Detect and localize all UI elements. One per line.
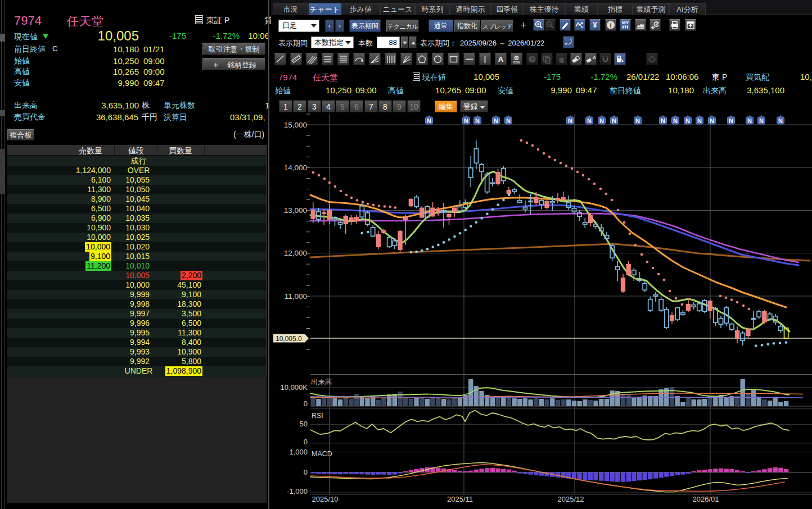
svg-text:10,000K: 10,000K <box>281 383 308 392</box>
svg-text:N: N <box>587 117 592 124</box>
svg-text:2025/10: 2025/10 <box>312 495 339 503</box>
svg-text:0: 0 <box>304 438 308 446</box>
svg-text:2026/01: 2026/01 <box>693 495 719 503</box>
svg-text:i: i <box>610 22 611 29</box>
svg-text:N: N <box>697 117 702 124</box>
svg-text:N: N <box>759 117 764 124</box>
svg-text:ICON: ICON <box>513 61 520 64</box>
svg-text:13,000: 13,000 <box>284 206 307 215</box>
svg-text:N: N <box>729 117 733 124</box>
svg-text:N: N <box>778 117 783 124</box>
svg-text:N: N <box>599 117 604 124</box>
svg-text:MY: MY <box>622 20 629 25</box>
svg-text:14,000: 14,000 <box>284 163 307 172</box>
svg-text:N: N <box>661 117 665 124</box>
svg-text:RSI: RSI <box>312 412 323 420</box>
svg-text:-1,000: -1,000 <box>287 487 308 496</box>
svg-text:N: N <box>635 117 640 124</box>
svg-text:N: N <box>612 117 616 124</box>
svg-text:N: N <box>506 117 511 124</box>
svg-text:0: 0 <box>304 468 308 476</box>
svg-text:A: A <box>593 55 596 60</box>
svg-text:N: N <box>673 117 678 124</box>
svg-text:MACD: MACD <box>312 450 332 458</box>
svg-text:0: 0 <box>304 399 308 408</box>
svg-text:N: N <box>464 117 468 124</box>
svg-text:出来高: 出来高 <box>311 378 332 386</box>
svg-text:¥: ¥ <box>593 20 597 29</box>
svg-text:11,000: 11,000 <box>285 292 307 301</box>
svg-text:N: N <box>685 117 690 124</box>
svg-text:N: N <box>568 117 572 124</box>
svg-text:50: 50 <box>300 420 308 428</box>
svg-text:15,000: 15,000 <box>284 121 307 129</box>
svg-text:12,000: 12,000 <box>284 249 307 257</box>
svg-text:2025/11: 2025/11 <box>447 495 473 503</box>
svg-text:N: N <box>475 117 480 124</box>
svg-text:A: A <box>498 55 504 63</box>
svg-text:2025/12: 2025/12 <box>558 495 584 503</box>
svg-text:N: N <box>427 117 431 124</box>
svg-text:10,005.0: 10,005.0 <box>276 335 302 343</box>
svg-text:1,000: 1,000 <box>289 448 308 456</box>
svg-text:N: N <box>494 117 498 124</box>
svg-text:N: N <box>747 117 752 124</box>
svg-text:N: N <box>710 117 714 124</box>
